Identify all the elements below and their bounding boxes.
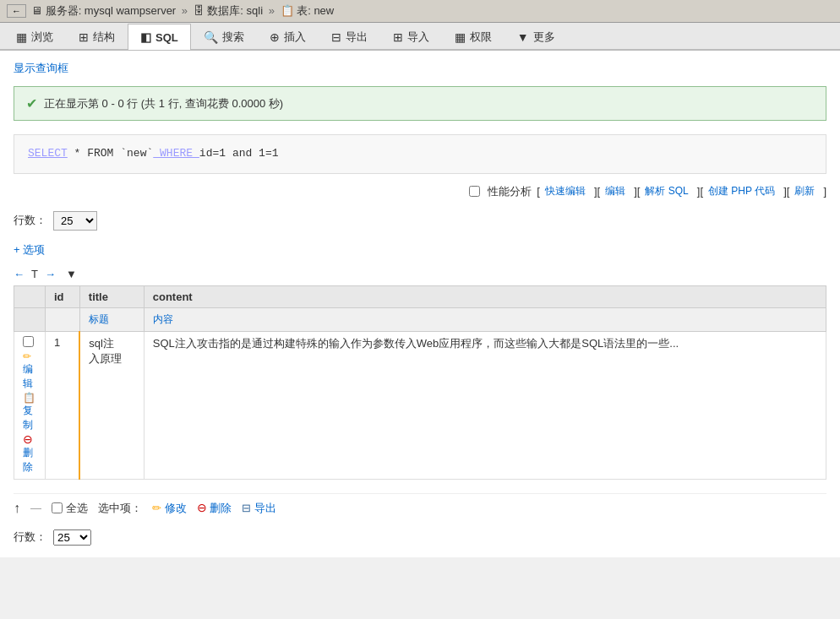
row-content-cell: SQL注入攻击指的是通过构建特殊的输入作为参数传入Web应用程序，而这些输入大都… <box>144 331 826 479</box>
check-all-group: 全选 <box>52 501 88 516</box>
copy-icon: 📋 <box>23 392 35 404</box>
delete-selected-icon: ⊖ <box>197 501 207 514</box>
col-id-header: id <box>46 285 80 307</box>
delete-row-link[interactable]: ⊖ 删除 <box>23 434 33 473</box>
export-selected-icon: ⊟ <box>242 502 251 514</box>
breadcrumb-icon: 🖥 <box>31 4 42 17</box>
tab-import[interactable]: ⊞ 导入 <box>380 24 442 50</box>
sql-query-box: SELECT * FROM `new` WHERE id=1 and 1=1 <box>14 134 826 174</box>
title-bar: ← 🖥 服务器: mysql wampserver » 🗄 数据库: sqli … <box>0 0 840 23</box>
tab-more-label: 更多 <box>533 30 555 45</box>
sql-table: `new` <box>120 147 153 160</box>
sql-icon: ◧ <box>140 30 151 44</box>
edit-link[interactable]: 编辑 <box>605 184 625 198</box>
sql-where-keyword: WHERE <box>153 147 199 160</box>
bottom-row-count-label: 行数： <box>14 529 46 545</box>
db-icon: 🗄 <box>194 4 205 17</box>
tab-browse[interactable]: ▦ 浏览 <box>3 24 66 50</box>
refresh-link[interactable]: 刷新 <box>794 184 815 198</box>
arrow-right-link[interactable]: → <box>45 268 56 280</box>
row-checkbox[interactable] <box>23 336 34 347</box>
tab-permissions[interactable]: ▦ 权限 <box>442 24 505 50</box>
success-text: 正在显示第 0 - 0 行 (共 1 行, 查询花费 0.0000 秒) <box>44 96 283 111</box>
tab-browse-label: 浏览 <box>31 30 53 45</box>
row-title-cell: sql注入原理 <box>79 331 144 479</box>
breadcrumb: 🖥 服务器: mysql wampserver » 🗄 数据库: sqli » … <box>31 3 334 19</box>
delete-selected-label: 删除 <box>210 502 232 514</box>
col-title-subheader: 标题 <box>79 307 144 331</box>
tab-export[interactable]: ⊟ 导出 <box>319 24 380 50</box>
sql-and-keyword: and <box>226 147 259 160</box>
col-id-subheader <box>46 307 80 331</box>
delete-icon: ⊖ <box>23 432 33 446</box>
structure-icon: ⊞ <box>79 30 89 44</box>
tab-import-label: 导入 <box>407 30 429 45</box>
success-icon: ✔ <box>26 95 37 111</box>
sql-condition: id=1 <box>199 147 226 160</box>
quick-edit-link[interactable]: 快速编辑 <box>545 184 586 198</box>
col-title-header: title <box>79 285 144 307</box>
tab-permissions-label: 权限 <box>470 30 492 45</box>
col-checkbox-header <box>14 285 46 307</box>
explain-sql-link[interactable]: 解析 SQL <box>645 184 688 198</box>
edit-row-link[interactable]: ✏ 编辑 <box>23 350 33 389</box>
browse-icon: ▦ <box>16 30 27 44</box>
arrow-up-icon: ↑ <box>14 501 20 516</box>
table-row: ✏ 编辑 📋 复制 ⊖ 删除 1 sql注入原理 SQL注入攻击指的是通过构建特… <box>14 331 826 479</box>
row-count-select[interactable]: 25 50 100 250 500 <box>53 211 97 231</box>
delete-selected-link[interactable]: ⊖ 删除 <box>197 501 232 516</box>
filter-icon: ▼ <box>66 268 77 280</box>
edit-selected-link[interactable]: ✏ 修改 <box>152 501 187 516</box>
export-selected-link[interactable]: ⊟ 导出 <box>242 501 276 516</box>
back-button[interactable]: ← <box>7 4 26 18</box>
import-icon: ⊞ <box>393 30 403 44</box>
col-checkbox-subheader <box>14 307 46 331</box>
edit-selected-icon: ✏ <box>152 502 161 514</box>
table-nav: ← T → ▼ <box>14 268 826 280</box>
db-label: 数据库: sqli <box>207 4 263 17</box>
col-content-subheader: 内容 <box>144 307 826 331</box>
row-checkbox-cell: ✏ 编辑 📋 复制 ⊖ 删除 <box>14 331 46 479</box>
tab-search-label: 搜索 <box>222 30 244 45</box>
more-icon: ▼ <box>517 30 529 44</box>
row-id-cell: 1 <box>46 331 80 479</box>
bottom-bar: ↑ — 全选 选中项： ✏ 修改 ⊖ 删除 ⊟ 导出 <box>14 493 826 523</box>
sql-star: * FROM <box>68 147 120 160</box>
row-count-bar: 行数： 25 50 100 250 500 <box>14 211 826 231</box>
table-icon: 📋 <box>281 4 294 17</box>
perf-checkbox[interactable] <box>469 186 480 197</box>
copy-row-link[interactable]: 📋 复制 <box>23 392 35 431</box>
arrow-left-link[interactable]: ← <box>14 268 25 280</box>
tab-structure[interactable]: ⊞ 结构 <box>66 24 128 50</box>
perf-label: 性能分析 <box>488 184 532 199</box>
show-query-link[interactable]: 显示查询框 <box>14 61 826 76</box>
col-content-header: content <box>144 285 826 307</box>
tab-insert[interactable]: ⊕ 插入 <box>257 24 319 50</box>
tab-search[interactable]: 🔍 搜索 <box>191 24 257 50</box>
tab-bar: ▦ 浏览 ⊞ 结构 ◧ SQL 🔍 搜索 ⊕ 插入 ⊟ 导出 ⊞ 导入 ▦ 权限… <box>0 23 840 51</box>
select-all-checkbox[interactable] <box>52 502 63 513</box>
tab-sql[interactable]: ◧ SQL <box>128 24 191 50</box>
selected-label: 选中项： <box>98 501 142 516</box>
tab-structure-label: 结构 <box>93 30 115 45</box>
sql-select-keyword: SELECT <box>28 147 68 160</box>
insert-icon: ⊕ <box>270 30 280 44</box>
export-selected-label: 导出 <box>254 502 276 514</box>
search-icon: 🔍 <box>204 30 218 44</box>
tab-insert-label: 插入 <box>284 30 306 45</box>
edit-pencil-icon: ✏ <box>23 350 31 362</box>
table-label: 表: new <box>297 4 334 17</box>
options-expand[interactable]: + 选项 <box>14 242 826 258</box>
row-count-label: 行数： <box>14 213 46 228</box>
tab-sql-label: SQL <box>155 31 178 44</box>
sql-rest: 1=1 <box>259 147 278 160</box>
bottom-row-count-select[interactable]: 25 50 100 <box>53 529 91 546</box>
options-row: 性能分析 [ 快速编辑 ][ 编辑 ][ 解析 SQL ][ 创建 PHP 代码… <box>14 184 826 199</box>
sort-icon: T <box>31 268 38 280</box>
bottom-row-count: 行数： 25 50 100 <box>14 529 826 546</box>
create-php-link[interactable]: 创建 PHP 代码 <box>708 184 775 198</box>
permissions-icon: ▦ <box>455 30 466 44</box>
export-icon: ⊟ <box>331 30 341 44</box>
tab-more[interactable]: ▼ 更多 <box>505 24 568 50</box>
data-table: id title content 标题 内容 ✏ 编辑 📋 复制 <box>14 285 826 480</box>
